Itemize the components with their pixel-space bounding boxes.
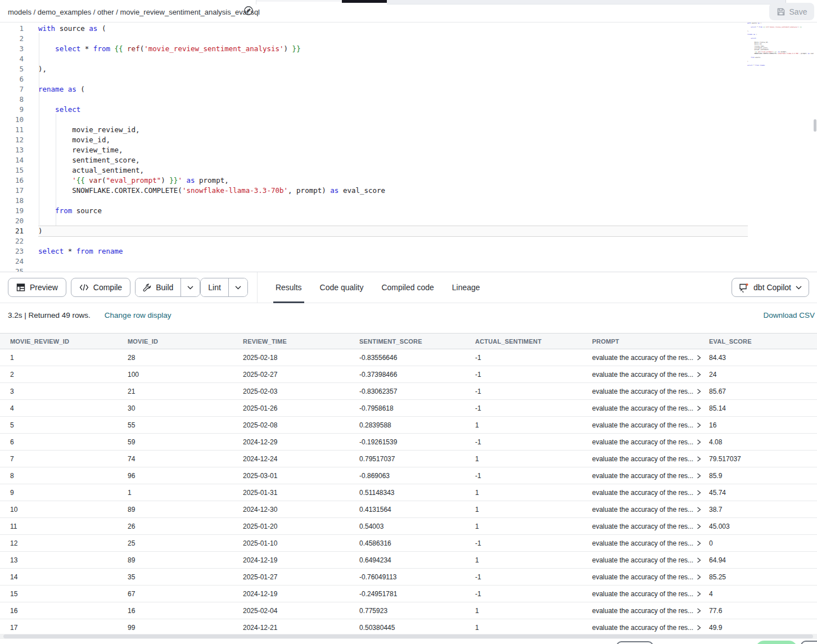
eval-score-cell: 45.74 [709, 489, 817, 497]
prompt-expand-chevron-icon[interactable] [697, 389, 701, 394]
build-dropdown-chevron-icon[interactable] [180, 278, 200, 296]
build-button[interactable]: Build [136, 278, 180, 296]
lint-dropdown-chevron-icon[interactable] [228, 278, 247, 296]
horizontal-scrollbar-thumb[interactable] [3, 634, 813, 638]
prompt-expand-chevron-icon[interactable] [697, 355, 701, 361]
table-cell: 2025-01-20 [243, 523, 359, 530]
table-cell: 12 [10, 539, 128, 547]
wrench-icon [143, 283, 151, 292]
table-cell: 30 [128, 404, 243, 412]
code-line: movie_review_id, [38, 125, 744, 135]
table-cell: 2025-02-04 [243, 607, 359, 615]
tab-code-quality-label: Code quality [320, 283, 364, 292]
prompt-expand-chevron-icon[interactable] [697, 439, 701, 445]
cutoff-button[interactable] [616, 641, 653, 644]
prompt-expand-chevron-icon[interactable] [697, 541, 701, 546]
dbt-copilot-button[interactable]: dbt Copilot [732, 278, 809, 297]
table-cell: 28 [128, 354, 243, 362]
tab-strip-segment [387, 0, 786, 4]
results-table: MOVIE_REVIEW_IDMOVIE_IDREVIEW_TIMESENTIM… [0, 333, 817, 636]
editor-scrollbar-thumb[interactable] [814, 119, 816, 132]
tab-compiled-code[interactable]: Compiled code [372, 272, 443, 303]
table-cell: 0.51148343 [359, 489, 475, 497]
table-cell: -1 [475, 354, 592, 362]
prompt-cell: evaluate the accuracy of the res... [592, 388, 709, 395]
tab-results[interactable]: Results [267, 272, 311, 303]
file-modified-icon [243, 6, 254, 16]
code-line [38, 74, 744, 84]
line-number: 19 [0, 206, 24, 216]
compile-button[interactable]: Compile [71, 278, 130, 297]
prompt-expand-chevron-icon[interactable] [697, 608, 701, 614]
eval-score-cell: 85.67 [709, 388, 817, 395]
prompt-expand-chevron-icon[interactable] [697, 507, 701, 512]
prompt-expand-chevron-icon[interactable] [697, 456, 701, 462]
prompt-expand-chevron-icon[interactable] [697, 625, 701, 631]
preview-button[interactable]: Preview [8, 278, 66, 297]
tab-code-quality[interactable]: Code quality [311, 272, 373, 303]
code-lines[interactable]: with source as ( select * from {{ ref('m… [38, 24, 744, 272]
prompt-expand-chevron-icon[interactable] [697, 591, 701, 597]
table-cell: 89 [128, 556, 243, 564]
line-number: 16 [0, 175, 24, 186]
table-cell: 2025-01-27 [243, 573, 359, 581]
line-number: 20 [0, 216, 24, 226]
save-button[interactable]: Save [769, 3, 814, 20]
prompt-preview-text: evaluate the accuracy of the res... [592, 556, 693, 564]
prompt-expand-chevron-icon[interactable] [697, 490, 701, 496]
table-cell: -1 [475, 438, 592, 446]
table-cell: 1 [475, 624, 592, 632]
horizontal-scrollbar[interactable] [0, 634, 817, 639]
change-row-display-link[interactable]: Change row display [105, 311, 171, 319]
tab-lineage[interactable]: Lineage [443, 272, 489, 303]
code-line: from source [38, 206, 744, 216]
breadcrumb[interactable]: models / demo_examples / other / movie_r… [8, 8, 260, 16]
table-cell: -0.24951781 [359, 590, 475, 598]
column-header: MOVIE_REVIEW_ID [10, 338, 128, 345]
column-header: PROMPT [592, 338, 709, 345]
copilot-label: dbt Copilot [753, 283, 791, 292]
table-row: 21002025-02-27-0.37398466-1evaluate the … [0, 366, 817, 383]
line-number: 6 [0, 74, 24, 84]
line-number: 4 [0, 54, 24, 64]
cutoff-green-button[interactable] [756, 641, 797, 644]
window-tab-strip [0, 0, 817, 4]
table-row: 912025-01-310.511483431evaluate the accu… [0, 484, 817, 501]
table-cell: 2 [10, 371, 128, 379]
table-cell: 2024-12-29 [243, 438, 359, 446]
preview-label: Preview [30, 283, 58, 292]
prompt-expand-chevron-icon[interactable] [697, 406, 701, 411]
lint-button[interactable]: Lint [201, 278, 228, 296]
prompt-cell: evaluate the accuracy of the res... [592, 421, 709, 429]
tab-results-label: Results [276, 283, 302, 292]
prompt-expand-chevron-icon[interactable] [697, 574, 701, 580]
table-cell: 16 [10, 607, 128, 615]
code-editor[interactable]: 1234567891011121314151617181920212223242… [0, 22, 817, 272]
prompt-cell: evaluate the accuracy of the res... [592, 455, 709, 463]
code-line [38, 196, 744, 206]
save-icon [777, 7, 786, 16]
table-cell: 1 [128, 489, 243, 497]
copilot-chevron-down-icon[interactable] [796, 286, 802, 290]
table-cell: -0.7958618 [359, 404, 475, 412]
prompt-cell: evaluate the accuracy of the res... [592, 404, 709, 412]
table-cell: -1 [475, 371, 592, 379]
prompt-expand-chevron-icon[interactable] [697, 473, 701, 479]
cutoff-button[interactable] [801, 641, 817, 644]
prompt-expand-chevron-icon[interactable] [697, 372, 701, 377]
line-number: 18 [0, 196, 24, 206]
table-cell: 0.54003 [359, 523, 475, 530]
table-cell: -1 [475, 539, 592, 547]
prompt-expand-chevron-icon[interactable] [697, 557, 701, 563]
minimap[interactable]: with source as ( select * from {{ ref('m… [747, 22, 814, 90]
preview-table-icon [16, 283, 25, 292]
line-number: 21 [0, 226, 24, 236]
download-csv-link[interactable]: Download CSV [763, 311, 815, 319]
prompt-expand-chevron-icon[interactable] [697, 524, 701, 529]
table-cell: 2025-03-01 [243, 472, 359, 480]
column-header: EVAL_SCORE [709, 338, 817, 345]
table-cell: 96 [128, 472, 243, 480]
lint-split-button: Lint [200, 278, 248, 297]
prompt-preview-text: evaluate the accuracy of the res... [592, 455, 693, 463]
prompt-expand-chevron-icon[interactable] [697, 422, 701, 428]
